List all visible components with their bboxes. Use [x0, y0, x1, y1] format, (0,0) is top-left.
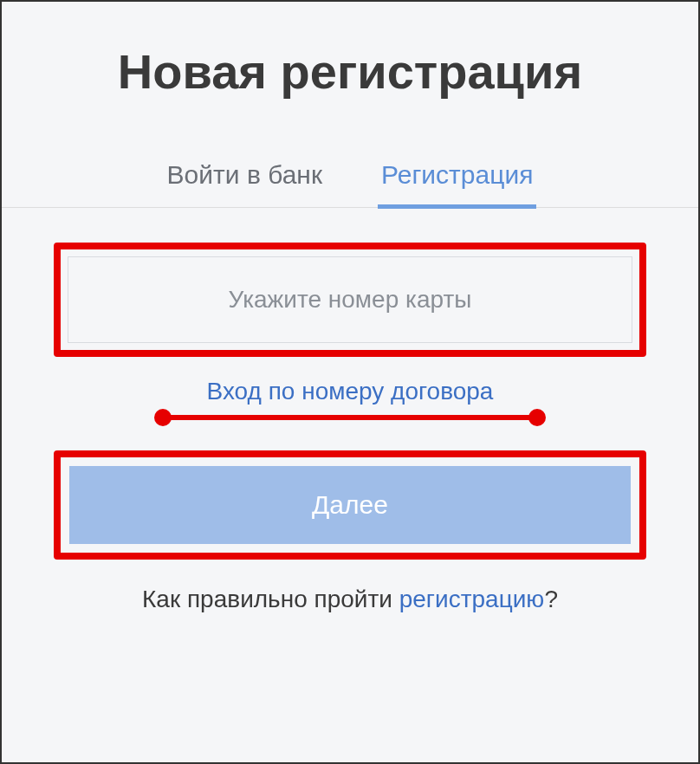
app-window: Новая регистрация Войти в банк Регистрац… [0, 0, 700, 764]
next-button[interactable]: Далее [69, 466, 631, 544]
card-number-input[interactable] [68, 256, 632, 343]
annotation-dot-right [528, 409, 546, 426]
annotation-bar [159, 415, 541, 420]
card-input-wrapper [61, 249, 639, 350]
next-button-highlight: Далее [54, 450, 646, 560]
registration-form: Вход по номеру договора Далее Как правил… [2, 208, 698, 631]
help-registration-link[interactable]: регистрацию [399, 586, 545, 612]
page-title: Новая регистрация [2, 2, 698, 152]
tab-bar: Войти в банк Регистрация [2, 152, 698, 208]
next-button-wrapper: Далее [61, 457, 639, 553]
help-suffix: ? [544, 586, 558, 612]
tab-register[interactable]: Регистрация [378, 152, 536, 207]
help-text: Как правильно пройти регистрацию? [54, 560, 646, 613]
card-input-highlight [54, 243, 646, 357]
tab-login[interactable]: Войти в банк [164, 152, 326, 207]
contract-link-row: Вход по номеру договора [54, 357, 646, 411]
help-prefix: Как правильно пройти [142, 586, 399, 612]
annotation-underline [159, 411, 541, 428]
login-by-contract-link[interactable]: Вход по номеру договора [207, 378, 494, 405]
annotation-dot-left [154, 409, 172, 426]
